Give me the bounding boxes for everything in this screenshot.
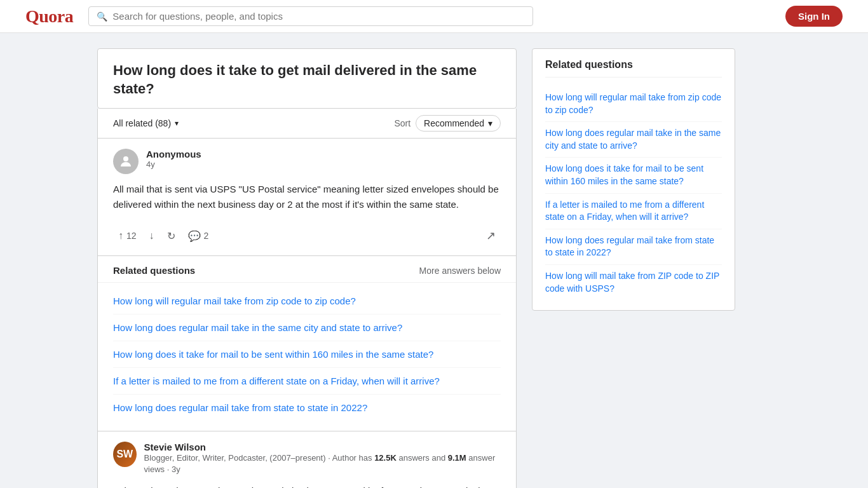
list-item: If a letter is mailed to me from a diffe… bbox=[545, 194, 722, 229]
sort-section: Sort Recommended ▾ bbox=[394, 115, 501, 132]
question-card: How long does it take to get mail delive… bbox=[97, 48, 517, 109]
list-item: How long does it take for mail to be sen… bbox=[113, 341, 501, 368]
repost-icon: ↻ bbox=[167, 230, 175, 242]
related-inline-header: Related questions More answers below bbox=[98, 256, 516, 283]
author-name-1: Anonymous bbox=[146, 149, 201, 159]
sidebar-card: Related questions How long will regular … bbox=[532, 48, 735, 311]
sidebar-link-6[interactable]: How long will mail take from ZIP code to… bbox=[545, 270, 722, 295]
svg-point-0 bbox=[123, 156, 128, 161]
downvote-icon: ↓ bbox=[149, 230, 154, 241]
comment-count-1: 2 bbox=[204, 231, 209, 241]
filter-bar: All related (88) ▾ Sort Recommended ▾ bbox=[97, 109, 517, 139]
main-content: How long does it take to get mail delive… bbox=[97, 48, 517, 488]
author-row-2: SW Stevie Wilson Blogger, Editor, Writer… bbox=[113, 442, 501, 475]
answer-card-2: SW Stevie Wilson Blogger, Editor, Writer… bbox=[97, 431, 517, 488]
list-item: How long does it take for mail to be sen… bbox=[545, 158, 722, 193]
repost-button-1[interactable]: ↻ bbox=[162, 227, 180, 245]
question-title: How long does it take to get mail delive… bbox=[113, 62, 501, 98]
search-icon: 🔍 bbox=[97, 11, 107, 22]
chevron-down-icon: ▾ bbox=[175, 119, 179, 128]
page-layout: How long does it take to get mail delive… bbox=[85, 48, 783, 488]
search-bar[interactable]: 🔍 bbox=[88, 6, 533, 26]
author-info-1: Anonymous 4y bbox=[146, 149, 201, 169]
sort-chevron-icon: ▾ bbox=[488, 118, 492, 128]
sort-label: Sort bbox=[394, 118, 410, 128]
downvote-button-1[interactable]: ↓ bbox=[144, 227, 159, 244]
list-item: How long does regular mail take from sta… bbox=[113, 395, 501, 421]
related-link-3[interactable]: How long does it take for mail to be sen… bbox=[113, 349, 433, 360]
list-item: How long will mail take from ZIP code to… bbox=[545, 265, 722, 300]
search-input[interactable] bbox=[112, 11, 525, 22]
more-answers-below-label: More answers below bbox=[419, 266, 501, 276]
list-item: How long will regular mail take from zip… bbox=[545, 86, 722, 122]
author-name-2: Stevie Wilson bbox=[144, 442, 501, 452]
sort-recommended-label: Recommended bbox=[424, 118, 484, 128]
list-item: How long does regular mail take in the s… bbox=[545, 122, 722, 158]
share-icon: ↗ bbox=[486, 229, 496, 242]
comment-button-1[interactable]: 💬 2 bbox=[183, 227, 214, 245]
sidebar-list: How long will regular mail take from zip… bbox=[545, 86, 722, 300]
avatar-anon bbox=[113, 149, 139, 174]
list-item: How long will regular mail take from zip… bbox=[113, 288, 501, 315]
share-button-1[interactable]: ↗ bbox=[481, 226, 501, 245]
sidebar-link-4[interactable]: If a letter is mailed to me from a diffe… bbox=[545, 199, 722, 224]
sidebar-link-2[interactable]: How long does regular mail take in the s… bbox=[545, 127, 722, 152]
related-inline-title: Related questions bbox=[113, 265, 195, 276]
answer-card-1: Anonymous 4y All mail that is sent via U… bbox=[97, 139, 517, 256]
sign-in-button[interactable]: Sign In bbox=[785, 6, 843, 27]
sidebar-link-1[interactable]: How long will regular mail take from zip… bbox=[545, 92, 722, 116]
comment-icon: 💬 bbox=[188, 230, 201, 242]
related-link-4[interactable]: If a letter is mailed to me from a diffe… bbox=[113, 376, 440, 386]
related-inline-list: How long will regular mail take from zip… bbox=[98, 283, 516, 431]
related-link-1[interactable]: How long will regular mail take from zip… bbox=[113, 295, 356, 306]
upvote-button-1[interactable]: ↑ 12 bbox=[113, 227, 142, 244]
list-item: How long does regular mail take in the s… bbox=[113, 315, 501, 341]
related-link-5[interactable]: How long does regular mail take from sta… bbox=[113, 402, 367, 413]
header-right: Sign In bbox=[785, 6, 843, 27]
sidebar-link-3[interactable]: How long does it take for mail to be sen… bbox=[545, 163, 722, 187]
author-credentials-2: Blogger, Editor, Writer, Podcaster, (200… bbox=[144, 452, 501, 475]
upvote-count-1: 12 bbox=[126, 231, 137, 241]
header: Quora 🔍 Sign In bbox=[0, 0, 868, 33]
sidebar: Related questions How long will regular … bbox=[532, 48, 735, 488]
answer-actions-1: ↑ 12 ↓ ↻ 💬 2 ↗ bbox=[113, 221, 501, 245]
author-info-2: Stevie Wilson Blogger, Editor, Writer, P… bbox=[144, 442, 501, 475]
sort-dropdown[interactable]: Recommended ▾ bbox=[416, 115, 501, 132]
author-row-1: Anonymous 4y bbox=[113, 149, 501, 174]
quora-logo: Quora bbox=[25, 6, 73, 27]
upvote-icon: ↑ bbox=[118, 230, 123, 241]
all-related-label: All related (88) bbox=[113, 118, 171, 128]
sidebar-link-5[interactable]: How long does regular mail take from sta… bbox=[545, 234, 722, 259]
list-item: If a letter is mailed to me from a diffe… bbox=[113, 368, 501, 395]
sidebar-title: Related questions bbox=[545, 59, 722, 78]
author-time-1: 4y bbox=[146, 159, 201, 169]
related-link-2[interactable]: How long does regular mail take in the s… bbox=[113, 322, 402, 333]
avatar-stevie: SW bbox=[113, 442, 137, 467]
list-item: How long does regular mail take from sta… bbox=[545, 229, 722, 265]
related-questions-inline: Related questions More answers below How… bbox=[97, 256, 517, 431]
answer-text-1: All mail that is sent via USPS "US Posta… bbox=[113, 182, 501, 212]
answer-text-2a: It depends on the state, the weather and… bbox=[113, 484, 501, 488]
all-related-dropdown[interactable]: All related (88) ▾ bbox=[113, 118, 179, 128]
